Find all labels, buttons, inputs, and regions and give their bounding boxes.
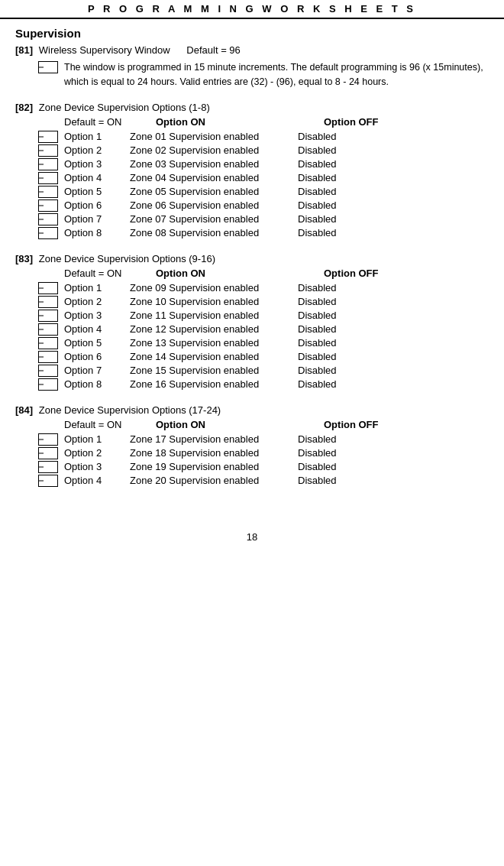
- option-label-82-1: Option 1: [64, 131, 130, 142]
- option-off-84-4: Disabled: [298, 475, 389, 486]
- option-row-83-5: Option 5 Zone 13 Supervision enabled Dis…: [38, 337, 489, 349]
- section-82-col-off: Option OFF: [324, 116, 415, 128]
- section-83-number: [83]: [15, 253, 33, 264]
- option-off-82-2: Disabled: [298, 144, 389, 156]
- section-81-label: Wireless Supervisory Window Default = 96: [39, 44, 241, 56]
- section-81-number: [81]: [15, 44, 33, 56]
- option-checkbox-83-3[interactable]: [38, 310, 58, 322]
- option-checkbox-84-3[interactable]: [38, 461, 58, 473]
- option-label-83-4: Option 4: [64, 323, 130, 335]
- option-row-82-7: Option 7 Zone 07 Supervision enabled Dis…: [38, 213, 489, 225]
- option-row-84-1: Option 1 Zone 17 Supervision enabled Dis…: [38, 433, 489, 446]
- option-off-83-7: Disabled: [298, 365, 389, 376]
- section-84-col-on: Option ON: [156, 419, 324, 430]
- option-checkbox-82-2[interactable]: [38, 144, 58, 157]
- option-label-82-3: Option 3: [64, 158, 130, 170]
- option-label-82-7: Option 7: [64, 213, 130, 225]
- option-on-82-4: Zone 04 Supervision enabled: [130, 172, 298, 183]
- section-83-col-off: Option OFF: [324, 268, 415, 279]
- option-row-82-6: Option 6 Zone 06 Supervision enabled Dis…: [38, 199, 489, 212]
- option-label-83-7: Option 7: [64, 365, 130, 376]
- option-on-83-4: Zone 12 Supervision enabled: [130, 323, 298, 335]
- option-checkbox-84-4[interactable]: [38, 475, 58, 487]
- option-section-83: [83] Zone Device Supervision Options (9-…: [15, 253, 489, 391]
- option-on-82-5: Zone 05 Supervision enabled: [130, 186, 298, 197]
- option-checkbox-82-6[interactable]: [38, 199, 58, 212]
- header-text: P R O G R A M M I N G W O R K S H E E T …: [88, 3, 416, 15]
- page-number: 18: [247, 531, 257, 543]
- option-checkbox-84-2[interactable]: [38, 447, 58, 459]
- option-checkbox-82-5[interactable]: [38, 186, 58, 198]
- option-on-84-2: Zone 18 Supervision enabled: [130, 447, 298, 459]
- option-off-83-4: Disabled: [298, 323, 389, 335]
- option-off-82-8: Disabled: [298, 227, 389, 238]
- option-label-82-4: Option 4: [64, 172, 130, 183]
- option-row-83-3: Option 3 Zone 11 Supervision enabled Dis…: [38, 310, 489, 322]
- option-on-83-2: Zone 10 Supervision enabled: [130, 296, 298, 307]
- option-checkbox-83-8[interactable]: [38, 378, 58, 391]
- option-checkbox-84-1[interactable]: [38, 433, 58, 446]
- option-label-83-1: Option 1: [64, 282, 130, 294]
- option-row-82-8: Option 8 Zone 08 Supervision enabled Dis…: [38, 227, 489, 239]
- option-off-82-4: Disabled: [298, 172, 389, 183]
- option-off-83-1: Disabled: [298, 282, 389, 294]
- option-checkbox-82-1[interactable]: [38, 131, 58, 143]
- option-off-82-7: Disabled: [298, 213, 389, 225]
- option-label-83-2: Option 2: [64, 296, 130, 307]
- page-footer: 18: [0, 531, 504, 543]
- option-checkbox-83-4[interactable]: [38, 323, 58, 336]
- option-off-84-2: Disabled: [298, 447, 389, 459]
- section-83-label: Zone Device Supervision Options (9-16): [39, 253, 215, 264]
- option-row-83-7: Option 7 Zone 15 Supervision enabled Dis…: [38, 365, 489, 377]
- section-81: [81] Wireless Supervisory Window Default…: [15, 44, 489, 89]
- option-label-84-3: Option 3: [64, 461, 130, 472]
- option-checkbox-82-4[interactable]: [38, 172, 58, 184]
- option-on-82-8: Zone 08 Supervision enabled: [130, 227, 298, 238]
- option-on-82-2: Zone 02 Supervision enabled: [130, 144, 298, 156]
- section-84-label: Zone Device Supervision Options (17-24): [39, 404, 221, 416]
- option-checkbox-83-6[interactable]: [38, 351, 58, 363]
- section-82-number: [82]: [15, 102, 33, 113]
- option-label-83-6: Option 6: [64, 351, 130, 362]
- option-label-84-4: Option 4: [64, 475, 130, 486]
- option-on-82-1: Zone 01 Supervision enabled: [130, 131, 298, 142]
- option-label-83-5: Option 5: [64, 337, 130, 349]
- option-checkbox-83-5[interactable]: [38, 337, 58, 349]
- option-row-82-2: Option 2 Zone 02 Supervision enabled Dis…: [38, 144, 489, 157]
- option-checkbox-83-7[interactable]: [38, 365, 58, 377]
- option-label-83-3: Option 3: [64, 310, 130, 321]
- option-checkbox-83-2[interactable]: [38, 296, 58, 308]
- option-label-83-8: Option 8: [64, 378, 130, 390]
- section-81-checkbox: [38, 61, 58, 73]
- option-checkbox-82-7[interactable]: [38, 213, 58, 225]
- option-checkbox-82-3[interactable]: [38, 158, 58, 170]
- option-row-83-6: Option 6 Zone 14 Supervision enabled Dis…: [38, 351, 489, 363]
- option-off-83-3: Disabled: [298, 310, 389, 321]
- option-row-83-1: Option 1 Zone 09 Supervision enabled Dis…: [38, 282, 489, 294]
- option-off-83-8: Disabled: [298, 378, 389, 390]
- option-label-82-6: Option 6: [64, 199, 130, 211]
- option-row-84-2: Option 2 Zone 18 Supervision enabled Dis…: [38, 447, 489, 459]
- option-off-82-5: Disabled: [298, 186, 389, 197]
- option-on-83-5: Zone 13 Supervision enabled: [130, 337, 298, 349]
- section-81-info-text: The window is programmed in 15 minute in…: [64, 60, 489, 89]
- option-on-82-7: Zone 07 Supervision enabled: [130, 213, 298, 225]
- option-checkbox-82-8[interactable]: [38, 227, 58, 239]
- option-label-82-5: Option 5: [64, 186, 130, 197]
- option-label-84-2: Option 2: [64, 447, 130, 459]
- option-checkbox-83-1[interactable]: [38, 282, 58, 294]
- option-row-82-5: Option 5 Zone 05 Supervision enabled Dis…: [38, 186, 489, 198]
- section-83-default: Default = ON: [64, 268, 156, 279]
- option-on-84-1: Zone 17 Supervision enabled: [130, 433, 298, 445]
- option-off-84-1: Disabled: [298, 433, 389, 445]
- section-83-col-on: Option ON: [156, 268, 324, 279]
- option-row-83-8: Option 8 Zone 16 Supervision enabled Dis…: [38, 378, 489, 391]
- option-row-84-3: Option 3 Zone 19 Supervision enabled Dis…: [38, 461, 489, 473]
- option-on-83-3: Zone 11 Supervision enabled: [130, 310, 298, 321]
- option-label-82-8: Option 8: [64, 227, 130, 238]
- option-row-82-3: Option 3 Zone 03 Supervision enabled Dis…: [38, 158, 489, 170]
- option-off-83-6: Disabled: [298, 351, 389, 362]
- option-off-83-2: Disabled: [298, 296, 389, 307]
- option-on-83-6: Zone 14 Supervision enabled: [130, 351, 298, 362]
- option-off-84-3: Disabled: [298, 461, 389, 472]
